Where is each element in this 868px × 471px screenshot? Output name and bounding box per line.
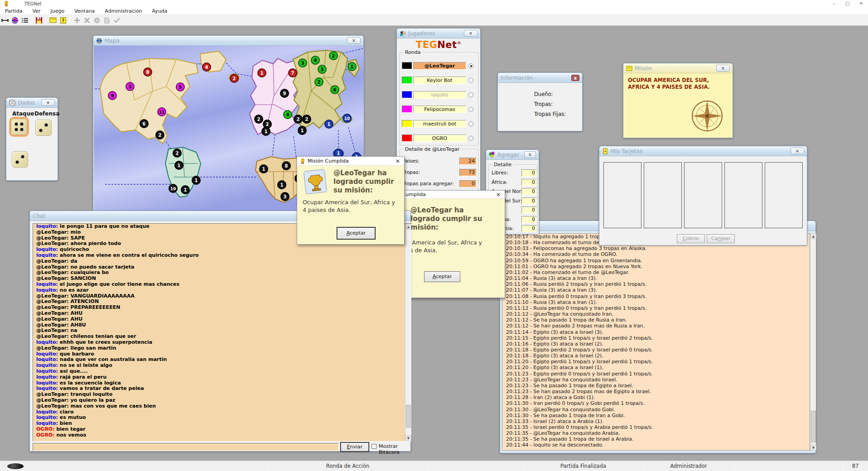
exchange-button[interactable]: Canjear xyxy=(707,234,735,243)
army-token-black[interactable]: 2 xyxy=(294,115,302,123)
army-token-green[interactable]: 1 xyxy=(348,62,356,71)
list-icon[interactable] xyxy=(20,16,29,24)
army-token-black[interactable]: 1 xyxy=(181,186,189,194)
scroll-up-icon[interactable]: ▲ xyxy=(405,224,411,230)
dialog-titlebar[interactable]: Misión Cumplida ✕ xyxy=(297,157,404,166)
world-icon[interactable] xyxy=(10,16,19,24)
info-close-icon[interactable]: x xyxy=(571,75,579,81)
dice-window-titlebar[interactable]: Dados × xyxy=(6,98,58,108)
collect-button[interactable]: Cobrar xyxy=(677,234,705,243)
dialog-close-icon[interactable]: ✕ xyxy=(394,158,401,164)
scroll-up-icon[interactable]: ▲ xyxy=(810,233,816,239)
players-window-titlebar[interactable]: Jugadores × xyxy=(397,29,480,38)
army-token-magenta[interactable]: 9 xyxy=(108,91,116,100)
chat-input[interactable] xyxy=(33,443,339,451)
player-turn-radio[interactable] xyxy=(468,78,473,83)
card-slot[interactable] xyxy=(684,162,722,228)
army-token-black[interactable]: 3 xyxy=(281,192,289,201)
send-button[interactable]: Enviar xyxy=(341,442,369,452)
army-token-black[interactable]: 1 xyxy=(260,165,268,173)
player-turn-radio[interactable] xyxy=(468,136,473,141)
army-token-green[interactable]: 6 xyxy=(331,86,339,94)
dialog-close-icon[interactable]: ✕ xyxy=(495,192,502,198)
army-token-black[interactable]: 2 xyxy=(263,120,271,128)
connect-icon[interactable] xyxy=(0,16,10,24)
dice-close-icon[interactable]: × xyxy=(41,99,55,106)
army-token-black[interactable]: 19 xyxy=(169,184,177,192)
army-token-red[interactable]: 4 xyxy=(203,63,211,71)
log-list[interactable]: 20:10:17 - loquito ha agregado 1 tropa e… xyxy=(502,233,810,451)
minimize-icon[interactable]: – xyxy=(827,0,841,7)
army-token-black[interactable]: 2 xyxy=(303,115,311,123)
add-troops-titlebar[interactable]: Agregar × xyxy=(486,150,539,160)
army-token-red[interactable]: 7 xyxy=(289,69,297,77)
army-token-black[interactable]: 1 xyxy=(278,181,286,189)
menu-item-ver[interactable]: Ver xyxy=(28,8,46,14)
army-token-black[interactable]: 1 xyxy=(298,126,306,135)
army-token-green[interactable]: 4 xyxy=(311,56,319,64)
accept-button[interactable]: Aceptar xyxy=(424,271,460,282)
show-log-checkbox[interactable] xyxy=(371,444,376,449)
army-token-red[interactable]: 8 xyxy=(144,68,152,76)
window-icon[interactable] xyxy=(48,16,58,24)
army-token-magenta[interactable]: 5 xyxy=(176,83,184,91)
army-token-red[interactable]: 1 xyxy=(258,69,266,77)
chat-message-list[interactable]: loquito: le pongo 11 para que no ataque@… xyxy=(33,223,411,442)
scroll-down-icon[interactable]: ▼ xyxy=(810,445,816,451)
menu-item-juego[interactable]: Juego xyxy=(45,8,69,14)
mission-window-titlebar[interactable]: Misión × xyxy=(623,63,733,73)
army-token-black[interactable]: 2 xyxy=(156,131,164,139)
army-token-black[interactable]: 1 xyxy=(192,176,200,184)
menu-item-partida[interactable]: Partida xyxy=(0,8,28,14)
close-icon[interactable]: ✕ xyxy=(854,0,868,7)
army-token-black[interactable]: 2 xyxy=(173,149,181,157)
army-token-black[interactable]: 1 xyxy=(175,161,183,169)
cards-window-titlebar[interactable]: Mis Tarjetas × xyxy=(599,146,807,156)
army-token-black[interactable]: 6 xyxy=(140,120,148,128)
army-token-green[interactable]: 2 xyxy=(315,78,323,86)
card-slot[interactable] xyxy=(724,162,762,228)
menu-item-ventana[interactable]: Ventana xyxy=(69,8,100,14)
card-slot[interactable] xyxy=(644,162,682,228)
player-name[interactable]: OGRO xyxy=(413,135,466,142)
accept-button[interactable]: Aceptar xyxy=(337,227,375,239)
log-scroll-thumb[interactable] xyxy=(811,411,816,442)
menu-item-administración[interactable]: Administración xyxy=(100,8,147,14)
add-troops-close-icon[interactable]: × xyxy=(524,151,536,158)
cards-close-icon[interactable]: × xyxy=(791,148,804,154)
player-turn-radio[interactable] xyxy=(468,92,473,97)
player-turn-radio[interactable] xyxy=(468,107,473,112)
save-icon[interactable] xyxy=(34,16,43,24)
army-token-blue[interactable]: 1 xyxy=(325,120,333,128)
player-name[interactable]: @LeoTegar xyxy=(413,62,466,70)
menu-item-ayuda[interactable]: Ayuda xyxy=(147,8,173,14)
player-name[interactable]: maestruli bot xyxy=(413,120,466,128)
card-slot[interactable] xyxy=(603,162,641,228)
player-name[interactable]: loquito xyxy=(413,91,466,99)
info-window-titlebar[interactable]: Información - x xyxy=(498,73,582,83)
player-turn-radio[interactable] xyxy=(468,63,473,68)
maximize-icon[interactable]: □ xyxy=(841,0,854,7)
map-close-icon[interactable]: × xyxy=(347,37,361,44)
chat-scroll-thumb[interactable] xyxy=(406,405,411,428)
army-token-black[interactable]: 8 xyxy=(282,162,290,170)
help-icon[interactable]: ? xyxy=(58,16,68,24)
army-token-blue[interactable]: 10 xyxy=(343,114,351,122)
player-name[interactable]: Felipocomas xyxy=(413,106,466,113)
army-token-black[interactable]: 2 xyxy=(255,115,263,123)
army-token-magenta[interactable]: 3 xyxy=(126,82,134,91)
log-scrollbar[interactable]: ▲ ▼ xyxy=(810,233,816,451)
army-token-black[interactable]: 1 xyxy=(262,127,270,135)
card-slot[interactable] xyxy=(765,162,803,228)
players-close-icon[interactable]: × xyxy=(464,30,477,37)
army-token-green[interactable]: 4 xyxy=(284,111,292,119)
mission-close-icon[interactable]: × xyxy=(716,65,730,72)
army-token-magenta[interactable]: 11 xyxy=(158,108,166,116)
map-window-titlebar[interactable]: Mapa × xyxy=(93,36,363,46)
army-token-red[interactable]: 2 xyxy=(230,74,238,82)
army-token-green[interactable]: 2 xyxy=(329,52,338,60)
chat-scrollbar[interactable]: ▲ ▼ xyxy=(405,224,411,441)
scroll-down-icon[interactable]: ▼ xyxy=(405,435,411,441)
player-name[interactable]: Keylor Bot xyxy=(413,77,466,84)
army-token-green[interactable]: 3 xyxy=(299,59,307,67)
